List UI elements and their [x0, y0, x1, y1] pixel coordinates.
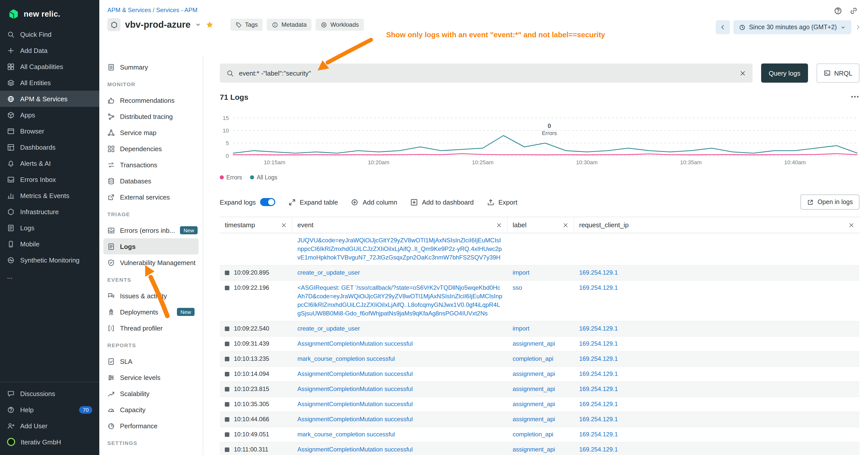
- log-ip-link[interactable]: 169.254.129.1: [579, 370, 618, 378]
- subnav-item-transactions[interactable]: Transactions: [103, 157, 198, 173]
- sidebar-item-all-entities[interactable]: All Entities: [0, 74, 99, 91]
- log-ip-link[interactable]: 169.254.129.1: [579, 325, 618, 332]
- legend-item-errors[interactable]: Errors: [220, 174, 242, 181]
- subnav-item-errors-errors-inb[interactable]: Errors (errors inb...New: [103, 222, 198, 238]
- subnav-item-thread-profiler[interactable]: Thread profiler: [103, 320, 198, 336]
- table-row[interactable]: 10:11:00.311AssignmentCompletionMutation…: [220, 443, 860, 455]
- query-logs-button[interactable]: Query logs: [761, 64, 808, 83]
- log-label-link[interactable]: assignment_api: [513, 446, 555, 453]
- log-event-link[interactable]: AssignmentCompletionMutation successful: [298, 400, 413, 408]
- log-event-link[interactable]: JUQVU&code=eyJraWQiOiJjcGltY29yZV8wOTl1M…: [298, 237, 502, 261]
- subnav-item-service-map[interactable]: Service map: [103, 125, 198, 140]
- column-header-request-client-ip[interactable]: request_client_ip: [574, 217, 860, 233]
- log-query-bar[interactable]: [220, 64, 752, 83]
- sidebar-item-all-capabilities[interactable]: All Capabilities: [0, 59, 99, 74]
- table-row[interactable]: 10:09:22.540create_or_update_userimport1…: [220, 322, 860, 336]
- sidebar-item-add-data[interactable]: Add Data: [0, 42, 99, 59]
- log-event-link[interactable]: AssignmentCompletionMutation successful: [298, 446, 413, 453]
- sidebar-item-browser[interactable]: Browser: [0, 123, 99, 139]
- table-row[interactable]: 10:10:49.051mark_course_completion succe…: [220, 427, 860, 443]
- log-event-link[interactable]: mark_course_completion successful: [298, 355, 395, 362]
- tags-button[interactable]: Tags: [230, 19, 263, 31]
- remove-column-label-icon[interactable]: [562, 222, 568, 228]
- workloads-button[interactable]: Workloads: [316, 19, 364, 31]
- table-row[interactable]: 10:09:22.196<ASGIRequest: GET '/sso/call…: [220, 281, 860, 322]
- table-row[interactable]: 10:09:20.895create_or_update_userimport1…: [220, 265, 860, 281]
- subnav-item-distributed-tracing[interactable]: Distributed tracing: [103, 108, 198, 125]
- table-row[interactable]: 10:10:44.066AssignmentCompletionMutation…: [220, 412, 860, 427]
- breadcrumb-services-apm[interactable]: Services - APM: [156, 6, 197, 13]
- sidebar-item-metrics-events[interactable]: Metrics & Events: [0, 188, 99, 203]
- sidebar-item-synthetic-monitoring[interactable]: Synthetic Monitoring: [0, 252, 99, 268]
- log-label-link[interactable]: assignment_api: [513, 386, 555, 392]
- subnav-item-service-levels[interactable]: Service levels: [103, 369, 198, 386]
- subnav-item-databases[interactable]: Databases: [103, 173, 198, 189]
- subnav-item-issues-activity[interactable]: Issues & activity: [103, 288, 198, 304]
- sidebar-item-errors-inbox[interactable]: Errors Inbox: [0, 171, 99, 188]
- help-circle-icon[interactable]: [834, 6, 842, 15]
- log-event-link[interactable]: AssignmentCompletionMutation successful: [298, 386, 413, 392]
- log-label-link[interactable]: completion_api: [513, 355, 553, 362]
- sidebar-item-quick-find[interactable]: Quick Find: [0, 26, 99, 42]
- log-ip-link[interactable]: 169.254.129.1: [579, 400, 618, 408]
- chart-menu-icon[interactable]: [850, 92, 860, 101]
- sidebar-item-dashboards[interactable]: Dashboards: [0, 139, 99, 155]
- time-back-button[interactable]: [716, 20, 730, 34]
- column-header-label[interactable]: label: [507, 217, 574, 233]
- log-ip-link[interactable]: 169.254.129.1: [579, 416, 618, 423]
- log-event-link[interactable]: create_or_update_user: [298, 325, 360, 332]
- add-to-dashboard-button[interactable]: Add to dashboard: [410, 198, 473, 206]
- log-ip-link[interactable]: 169.254.129.1: [579, 431, 618, 438]
- sidebar-item-discussions[interactable]: Discussions: [0, 386, 99, 401]
- log-ip-link[interactable]: 169.254.129.1: [579, 386, 618, 392]
- subnav-item-logs[interactable]: Logs: [103, 238, 198, 255]
- sidebar-item-more[interactable]: ...: [0, 268, 99, 284]
- log-query-input[interactable]: [239, 69, 735, 77]
- open-in-logs-button[interactable]: Open in logs: [801, 195, 860, 209]
- table-row[interactable]: 10:10:13.235mark_course_completion succe…: [220, 352, 860, 367]
- table-row[interactable]: JUQVU&code=eyJraWQiOiJjcGltY29yZV8wOTl1M…: [220, 233, 860, 265]
- log-label-link[interactable]: assignment_api: [513, 400, 555, 408]
- expand-logs-toggle[interactable]: Expand logs: [220, 198, 275, 206]
- subnav-item-vulnerability-management[interactable]: Vulnerability Management: [103, 255, 198, 270]
- favorite-star-icon[interactable]: [206, 21, 214, 29]
- log-ip-link[interactable]: 169.254.129.1: [579, 446, 618, 453]
- log-event-link[interactable]: create_or_update_user: [298, 269, 360, 276]
- newrelic-logo[interactable]: new relic.: [0, 0, 99, 26]
- subnav-item-scalability[interactable]: Scalability: [103, 386, 198, 401]
- table-row[interactable]: 10:10:35.305AssignmentCompletionMutation…: [220, 397, 860, 412]
- time-forward-icon[interactable]: [855, 24, 861, 30]
- table-row[interactable]: 10:10:14.094AssignmentCompletionMutation…: [220, 367, 860, 382]
- log-label-link[interactable]: import: [513, 269, 529, 276]
- log-event-link[interactable]: AssignmentCompletionMutation successful: [298, 370, 413, 378]
- log-event-link[interactable]: AssignmentCompletionMutation successful: [298, 416, 413, 423]
- table-row[interactable]: 10:10:23.815AssignmentCompletionMutation…: [220, 382, 860, 397]
- subnav-item-performance[interactable]: Performance: [103, 418, 198, 434]
- time-range-picker[interactable]: Since 30 minutes ago (GMT+2): [734, 20, 851, 34]
- breadcrumb-apm-services[interactable]: APM & Services: [107, 6, 151, 13]
- legend-item-all-logs[interactable]: All Logs: [250, 174, 278, 181]
- column-header-event[interactable]: event: [292, 217, 507, 233]
- log-label-link[interactable]: assignment_api: [513, 416, 555, 423]
- permalink-icon[interactable]: [849, 6, 858, 15]
- log-ip-link[interactable]: 169.254.129.1: [579, 269, 618, 276]
- sidebar-item-logs[interactable]: Logs: [0, 220, 99, 236]
- log-label-link[interactable]: import: [513, 325, 529, 332]
- expand-table-button[interactable]: Expand table: [288, 198, 338, 206]
- sidebar-item-help[interactable]: Help70: [0, 401, 99, 418]
- subnav-item-dependencies[interactable]: Dependencies: [103, 140, 198, 157]
- log-label-link[interactable]: sso: [513, 284, 522, 291]
- sidebar-item-alerts-ai[interactable]: Alerts & AI: [0, 155, 99, 171]
- log-ip-link[interactable]: 169.254.129.1: [579, 284, 618, 291]
- add-column-button[interactable]: Add column: [351, 198, 397, 206]
- log-event-link[interactable]: AssignmentCompletionMutation successful: [298, 340, 413, 347]
- sidebar-item-infrastructure[interactable]: Infrastructure: [0, 203, 99, 220]
- subnav-item-capacity[interactable]: Capacity: [103, 401, 198, 418]
- column-header-timestamp[interactable]: timestamp: [220, 217, 292, 233]
- remove-column-event-icon[interactable]: [496, 222, 502, 228]
- export-button[interactable]: Export: [487, 198, 518, 206]
- sidebar-item-apm-services[interactable]: APM & Services: [0, 91, 99, 107]
- log-event-link[interactable]: <ASGIRequest: GET '/sso/callback/?state=…: [298, 284, 502, 317]
- log-event-link[interactable]: mark_course_completion successful: [298, 431, 395, 438]
- subnav-item-deployments[interactable]: DeploymentsNew: [103, 304, 198, 320]
